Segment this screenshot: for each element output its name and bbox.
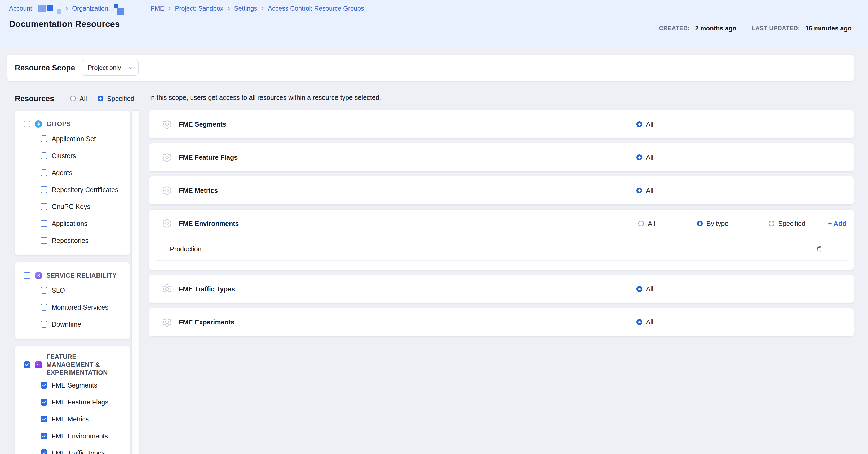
breadcrumb-link[interactable]: FME (151, 5, 164, 12)
breadcrumb-link[interactable]: Settings (234, 5, 257, 12)
main-panel: In this scope, users get access to all r… (149, 93, 854, 341)
resource-type-label: FME Feature Flags (52, 398, 108, 406)
breadcrumb-links: FME›Project: Sandbox›Settings›Access Con… (151, 4, 364, 12)
resource-access-row: FME SegmentsAll (149, 110, 854, 138)
resource-type-row: Application Set (15, 130, 130, 147)
radio-all-label: All (646, 121, 653, 128)
gear-icon (162, 119, 172, 129)
resource-access-row: FME Traffic TypesAll (149, 275, 854, 303)
resource-group-card: GITOPSApplication SetClustersAgentsRepos… (15, 111, 130, 255)
resource-access-label: FME Experiments (179, 318, 235, 326)
radio-all[interactable] (637, 121, 642, 127)
radio-specified[interactable] (769, 221, 774, 226)
resource-scope-label: Resource Scope (15, 64, 75, 72)
radio-all[interactable] (637, 286, 642, 292)
resource-type-checkbox[interactable] (40, 220, 48, 227)
page: Account: › Organization: FME›Project: Sa… (0, 0, 868, 454)
resource-type-label: FME Environments (52, 432, 108, 440)
resources-header: Resources All Specified (15, 92, 131, 105)
gear-icon (162, 219, 172, 229)
page-title: Documentation Resources (9, 19, 120, 29)
access-mode-option: By type (697, 220, 728, 228)
access-mode-option-label: All (648, 220, 655, 228)
resource-type-label: Repositories (52, 237, 89, 245)
sidebar-scrollbar[interactable] (132, 111, 139, 454)
gear-icon (162, 317, 172, 327)
resource-access-card: FME MetricsAll (149, 176, 854, 204)
access-mode-radio-group: All (637, 154, 653, 161)
access-mode-option-label: By type (706, 220, 728, 228)
access-mode-option-label: Specified (778, 220, 805, 228)
resource-type-row: SLO (15, 282, 130, 299)
resource-type-checkbox[interactable] (40, 399, 48, 406)
resource-type-label: Clusters (52, 152, 76, 160)
resource-type-row: FME Metrics (15, 411, 130, 427)
resource-type-checkbox[interactable] (40, 152, 48, 159)
resource-type-checkbox[interactable] (40, 432, 48, 440)
last-updated-label: LAST UPDATED: (752, 25, 800, 32)
resources-radio-all[interactable] (70, 96, 76, 101)
resource-access-card: FME Traffic TypesAll (149, 275, 854, 303)
radio-all[interactable] (638, 221, 644, 226)
resource-type-label: Monitored Services (52, 303, 108, 311)
resource-type-checkbox[interactable] (40, 416, 48, 422)
resource-type-label: Agents (52, 169, 72, 177)
breadcrumb-separator-icon: › (261, 4, 264, 12)
account-name-redacted (38, 5, 61, 12)
service-reliability-icon (35, 272, 42, 279)
resource-access-label: FME Feature Flags (179, 154, 238, 161)
resource-type-checkbox[interactable] (40, 287, 48, 294)
group-checkbox[interactable] (24, 121, 30, 127)
resource-access-row: FME Feature FlagsAll (149, 143, 854, 171)
resource-type-checkbox[interactable] (40, 382, 48, 389)
resource-scope-dropdown[interactable]: Project only (82, 60, 138, 76)
radio-by-type[interactable] (697, 221, 703, 226)
resources-radio-all-label: All (80, 95, 87, 102)
resource-type-row: FME Environments (15, 427, 130, 445)
resource-type-checkbox[interactable] (40, 321, 48, 328)
resource-type-checkbox[interactable] (40, 169, 48, 176)
resource-type-checkbox[interactable] (40, 450, 48, 454)
resource-group-card: FEATURE MANAGEMENT & EXPERIMENTATIONFME … (15, 346, 130, 454)
resource-type-row: Clusters (15, 147, 130, 164)
add-button[interactable]: + Add (828, 220, 846, 228)
trash-icon (815, 245, 823, 253)
breadcrumb-link[interactable]: Access Control: Resource Groups (268, 5, 364, 12)
radio-all[interactable] (637, 188, 642, 193)
last-updated-value: 16 minutes ago (805, 25, 851, 32)
access-mode-option: All (638, 220, 655, 228)
resource-scope-card: Resource Scope Project only (7, 55, 854, 81)
radio-all[interactable] (637, 319, 642, 325)
resource-type-label: SLO (52, 287, 65, 294)
header-meta: CREATED: 2 months ago LAST UPDATED: 16 m… (659, 23, 851, 33)
resource-group-name: GITOPS (46, 120, 71, 128)
selected-environment-row: Production (149, 237, 854, 260)
header-band: Account: › Organization: FME›Project: Sa… (0, 0, 868, 48)
delete-environment-button[interactable] (815, 244, 824, 254)
breadcrumb-account-label[interactable]: Account: (9, 5, 34, 12)
gear-icon (162, 186, 172, 195)
resource-type-checkbox[interactable] (40, 304, 48, 311)
resource-type-checkbox[interactable] (40, 135, 48, 142)
breadcrumb-link[interactable]: Project: Sandbox (175, 5, 223, 12)
resources-sidebar: GITOPSApplication SetClustersAgentsRepos… (15, 111, 130, 454)
resource-access-card: FME SegmentsAll (149, 110, 854, 138)
resource-group-header: FEATURE MANAGEMENT & EXPERIMENTATION (15, 353, 130, 377)
radio-all[interactable] (637, 155, 642, 160)
created-label: CREATED: (659, 25, 690, 32)
meta-divider (744, 23, 744, 33)
resources-radio-specified[interactable] (97, 96, 103, 101)
resource-type-row: Downtime (15, 316, 130, 333)
resource-type-checkbox[interactable] (40, 237, 48, 244)
resource-type-checkbox[interactable] (40, 203, 48, 210)
resource-type-label: FME Segments (52, 382, 97, 389)
resource-type-row: Applications (15, 215, 130, 232)
gear-icon (162, 152, 172, 162)
resource-type-label: Repository Certificates (52, 186, 118, 194)
resource-type-row: GnuPG Keys (15, 198, 130, 215)
group-checkbox[interactable] (24, 272, 30, 279)
resource-group-name: FEATURE MANAGEMENT & EXPERIMENTATION (46, 353, 125, 377)
breadcrumb-organization-label[interactable]: Organization: (72, 5, 110, 12)
resource-type-checkbox[interactable] (40, 186, 48, 193)
group-checkbox[interactable] (24, 361, 30, 368)
